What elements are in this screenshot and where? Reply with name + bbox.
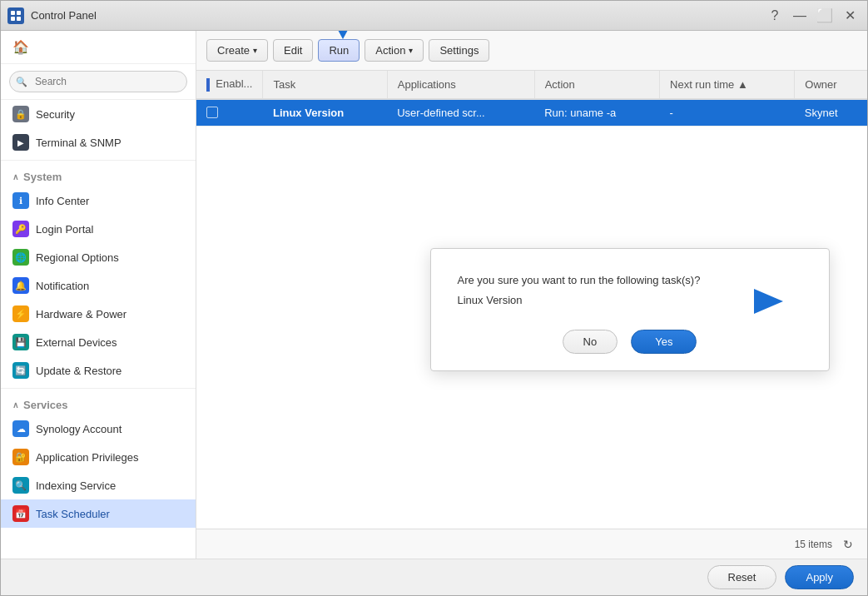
sidebar: 🏠 🔒 Security ▶ Terminal & SNMP <box>1 31 196 559</box>
security-label: Security <box>36 108 75 121</box>
login-portal-icon: 🔑 <box>12 221 29 237</box>
settings-button[interactable]: Settings <box>429 39 489 62</box>
confirm-modal: Are you sure you want to run the followi… <box>430 248 830 372</box>
update-restore-label: Update & Restore <box>36 365 122 377</box>
col-enable: Enabl... <box>196 71 263 99</box>
indexing-service-label: Indexing Service <box>36 479 116 492</box>
sidebar-item-info-center[interactable]: ℹ Info Center <box>1 186 196 215</box>
col-applications: Applications <box>387 71 534 99</box>
search-input[interactable] <box>9 71 187 92</box>
update-restore-icon: 🔄 <box>12 362 29 379</box>
bottom-bar: 15 items ↻ <box>196 529 867 559</box>
hardware-power-label: Hardware & Power <box>36 308 126 320</box>
svg-rect-1 <box>17 11 21 15</box>
toolbar: Create ▾ Edit Run Action ▾ Settings <box>196 31 867 71</box>
control-panel-window: Control Panel ? — ⬜ ✕ 🏠 🔒 <box>0 0 868 596</box>
apply-button[interactable]: Apply <box>785 565 854 589</box>
col-owner: Owner <box>795 71 867 99</box>
sidebar-item-synology-account[interactable]: ☁ Synology Account <box>1 415 196 443</box>
sidebar-item-login-portal[interactable]: 🔑 Login Portal <box>1 215 196 243</box>
login-portal-label: Login Portal <box>36 223 93 236</box>
items-count: 15 items <box>795 539 832 550</box>
reset-button[interactable]: Reset <box>707 565 777 589</box>
hardware-power-icon: ⚡ <box>12 305 29 322</box>
notification-label: Notification <box>36 280 89 292</box>
row-owner-cell: Skynet <box>795 99 867 127</box>
services-section[interactable]: Services <box>1 392 196 415</box>
external-devices-icon: 💾 <box>12 334 29 350</box>
modal-no-button[interactable]: No <box>563 330 618 354</box>
action-button[interactable]: Action ▾ <box>365 39 424 62</box>
divider-2 <box>1 388 196 389</box>
sidebar-item-application-privileges[interactable]: 🔐 Application Privileges <box>1 443 196 471</box>
sidebar-item-home[interactable]: 🏠 <box>1 31 196 64</box>
maximize-button[interactable]: ⬜ <box>814 7 836 25</box>
help-button[interactable]: ? <box>764 7 786 25</box>
refresh-button[interactable]: ↻ <box>839 535 857 554</box>
row-checkbox[interactable] <box>206 107 218 118</box>
run-button[interactable]: Run <box>318 39 360 62</box>
modal-message: Are you sure you want to run the followi… <box>458 272 802 290</box>
close-button[interactable]: ✕ <box>839 7 861 25</box>
regional-options-label: Regional Options <box>36 251 119 264</box>
row-next-run-time-cell: - <box>660 99 795 127</box>
modal-yes-button[interactable]: Yes <box>631 330 697 354</box>
minimize-button[interactable]: — <box>789 7 811 25</box>
action-arrow: ▾ <box>409 46 413 55</box>
svg-marker-4 <box>333 31 353 39</box>
row-action-cell: Run: uname -a <box>534 99 659 127</box>
synology-account-label: Synology Account <box>36 423 122 435</box>
footer: Reset Apply <box>1 559 867 595</box>
table-row[interactable]: Linux Version User-defined scr... Run: u… <box>196 99 867 127</box>
system-section[interactable]: System <box>1 164 196 186</box>
svg-rect-2 <box>11 17 15 21</box>
window-title: Control Panel <box>31 9 757 22</box>
col-action: Action <box>534 71 659 99</box>
divider-1 <box>1 160 196 161</box>
app-icon <box>7 7 24 24</box>
home-icon: 🏠 <box>12 39 29 55</box>
services-section-label: Services <box>23 399 68 411</box>
regional-options-icon: 🌐 <box>12 249 29 266</box>
modal-task-name: Linux Version <box>458 294 802 306</box>
synology-account-icon: ☁ <box>12 420 29 437</box>
create-button[interactable]: Create ▾ <box>206 39 268 62</box>
run-arrow-indicator <box>326 31 360 39</box>
svg-rect-0 <box>11 11 15 15</box>
sidebar-item-external-devices[interactable]: 💾 External Devices <box>1 328 196 356</box>
application-privileges-icon: 🔐 <box>12 449 29 465</box>
edit-button[interactable]: Edit <box>273 39 313 62</box>
sidebar-search <box>1 64 196 100</box>
system-section-label: System <box>23 171 62 183</box>
svg-rect-3 <box>17 17 21 21</box>
content-area: Create ▾ Edit Run Action ▾ Settings <box>196 31 867 559</box>
indexing-service-icon: 🔍 <box>12 477 29 494</box>
info-center-label: Info Center <box>36 195 89 207</box>
row-applications-cell: User-defined scr... <box>387 99 534 127</box>
terminal-icon: ▶ <box>12 134 29 151</box>
task-scheduler-icon: 📅 <box>12 505 29 522</box>
col-next-run-time: Next run time ▲ <box>660 71 795 99</box>
sidebar-item-update-restore[interactable]: 🔄 Update & Restore <box>1 356 196 385</box>
col-task: Task <box>263 71 387 99</box>
modal-buttons: No Yes <box>458 330 802 354</box>
sidebar-item-security[interactable]: 🔒 Security <box>1 100 196 128</box>
info-center-icon: ℹ <box>12 192 29 209</box>
row-enable-cell <box>196 99 263 127</box>
titlebar: Control Panel ? — ⬜ ✕ <box>1 1 867 31</box>
create-arrow: ▾ <box>253 46 257 55</box>
task-scheduler-label: Task Scheduler <box>36 508 110 520</box>
sidebar-item-hardware-power[interactable]: ⚡ Hardware & Power <box>1 300 196 328</box>
application-privileges-label: Application Privileges <box>36 451 139 464</box>
sidebar-item-notification[interactable]: 🔔 Notification <box>1 271 196 300</box>
notification-icon: 🔔 <box>12 277 29 294</box>
external-devices-label: External Devices <box>36 336 117 349</box>
main-layout: 🏠 🔒 Security ▶ Terminal & SNMP <box>1 31 867 559</box>
sidebar-item-task-scheduler[interactable]: 📅 Task Scheduler <box>1 499 196 528</box>
terminal-snmp-label: Terminal & SNMP <box>36 137 122 149</box>
row-task-cell: Linux Version <box>263 99 387 127</box>
sidebar-item-terminal-snmp[interactable]: ▶ Terminal & SNMP <box>1 128 196 156</box>
sidebar-item-regional-options[interactable]: 🌐 Regional Options <box>1 243 196 271</box>
window-controls: ? — ⬜ ✕ <box>764 7 861 25</box>
sidebar-item-indexing-service[interactable]: 🔍 Indexing Service <box>1 471 196 499</box>
